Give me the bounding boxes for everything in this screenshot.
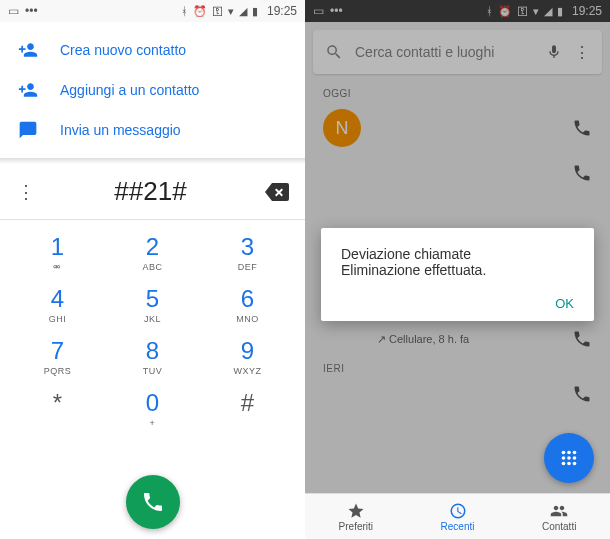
- add-contact-icon: [18, 40, 38, 60]
- add-contact-icon: [18, 80, 38, 100]
- call-button[interactable]: [126, 475, 180, 529]
- svg-point-8: [573, 462, 577, 466]
- phone-dialer-screen: ▭ ••• ᚼ ⏰ ⚿ ▾ ◢ ▮ 19:25 Crea nuovo conta…: [0, 0, 305, 539]
- more-icon: •••: [25, 4, 38, 18]
- clock: 19:25: [267, 4, 297, 18]
- key-5[interactable]: 5JKL: [105, 280, 200, 332]
- svg-point-5: [573, 456, 577, 460]
- phone-recents-screen: ▭ ••• ᚼ ⏰ ⚿ ▾ ◢ ▮ 19:25 Cerca contatti e…: [305, 0, 610, 539]
- wifi-icon: ▾: [228, 5, 234, 18]
- create-contact-label: Crea nuovo contatto: [60, 42, 186, 58]
- key-hash[interactable]: #: [200, 384, 295, 436]
- svg-point-6: [562, 462, 566, 466]
- dialed-number: ##21#: [36, 176, 265, 207]
- dialog-ok-button[interactable]: OK: [341, 296, 574, 311]
- alarm-icon: ⏰: [193, 5, 207, 18]
- add-to-contact-label: Aggiungi a un contatto: [60, 82, 199, 98]
- key-1[interactable]: 1⚮: [10, 228, 105, 280]
- key-7[interactable]: 7PQRS: [10, 332, 105, 384]
- status-bar: ▭ ••• ᚼ ⏰ ⚿ ▾ ◢ ▮ 19:25: [0, 0, 305, 22]
- dialog-text-1: Deviazione chiamate: [341, 246, 574, 262]
- key-2[interactable]: 2ABC: [105, 228, 200, 280]
- svg-point-1: [567, 451, 571, 455]
- laptop-icon: ▭: [8, 4, 19, 18]
- key-0[interactable]: 0+: [105, 384, 200, 436]
- key-3[interactable]: 3DEF: [200, 228, 295, 280]
- send-message-row[interactable]: Invia un messaggio: [0, 110, 305, 150]
- key-6[interactable]: 6MNO: [200, 280, 295, 332]
- create-contact-row[interactable]: Crea nuovo contatto: [0, 30, 305, 70]
- bluetooth-icon: ᚼ: [181, 5, 188, 17]
- send-message-label: Invia un messaggio: [60, 122, 181, 138]
- dial-display: ⋮ ##21#: [0, 164, 305, 219]
- svg-point-3: [562, 456, 566, 460]
- contact-actions: Crea nuovo contatto Aggiungi a un contat…: [0, 22, 305, 158]
- more-vert-icon[interactable]: ⋮: [16, 181, 36, 203]
- battery-icon: ▮: [252, 5, 258, 18]
- key-star[interactable]: *: [10, 384, 105, 436]
- signal-icon: ◢: [239, 5, 247, 18]
- dialog-text-2: Eliminazione effettuata.: [341, 262, 574, 278]
- svg-point-7: [567, 462, 571, 466]
- bottom-nav: Preferiti Recenti Contatti: [305, 493, 610, 539]
- svg-point-0: [562, 451, 566, 455]
- key-4[interactable]: 4GHI: [10, 280, 105, 332]
- key-8[interactable]: 8TUV: [105, 332, 200, 384]
- nav-recent[interactable]: Recenti: [407, 494, 509, 539]
- dialog: Deviazione chiamate Eliminazione effettu…: [321, 228, 594, 321]
- backspace-button[interactable]: [265, 183, 289, 201]
- key-icon: ⚿: [212, 5, 223, 17]
- message-icon: [18, 120, 38, 140]
- svg-point-4: [567, 456, 571, 460]
- add-to-contact-row[interactable]: Aggiungi a un contatto: [0, 70, 305, 110]
- keypad: 1⚮ 2ABC 3DEF 4GHI 5JKL 6MNO 7PQRS 8TUV 9…: [0, 220, 305, 436]
- key-9[interactable]: 9WXYZ: [200, 332, 295, 384]
- nav-contacts[interactable]: Contatti: [508, 494, 610, 539]
- nav-favorites[interactable]: Preferiti: [305, 494, 407, 539]
- dialpad-fab[interactable]: [544, 433, 594, 483]
- svg-point-2: [573, 451, 577, 455]
